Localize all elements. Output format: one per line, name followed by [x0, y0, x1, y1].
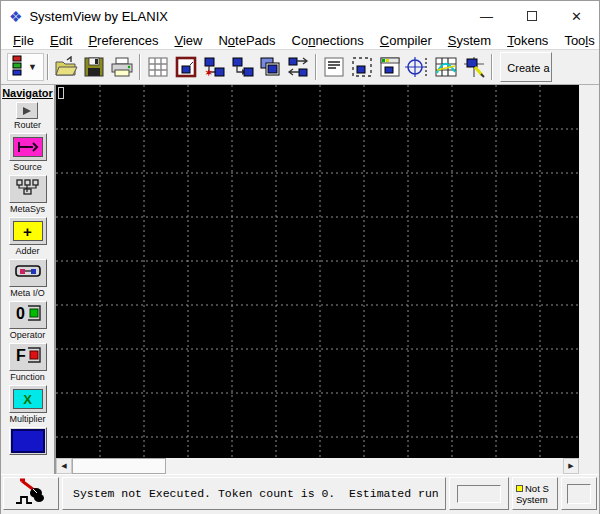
notepad-icon	[323, 56, 345, 78]
nav-item-source: Source	[9, 133, 47, 172]
token-list-icon	[10, 54, 24, 80]
status-panel-end	[561, 477, 597, 510]
multiplier-x-icon: X	[13, 389, 43, 409]
main-area: Navigator Router Source	[1, 85, 599, 474]
disconnect-icon: ✶	[202, 56, 226, 78]
nav-item-adder: + Adder	[9, 217, 47, 256]
canvas-grid	[56, 85, 579, 458]
horizontal-scrollbar[interactable]: ◀ ▶	[56, 458, 579, 474]
not-saved-text-1: Not S	[525, 483, 549, 494]
menu-file[interactable]: File	[5, 33, 42, 48]
metasys-button[interactable]	[9, 175, 47, 203]
source-button[interactable]	[9, 133, 47, 161]
nav-item-operator: 0 Operator	[9, 301, 47, 340]
scroll-left-button[interactable]: ◀	[56, 458, 72, 474]
close-button[interactable]: ✕	[554, 1, 599, 31]
function-button[interactable]: F	[9, 343, 47, 371]
app-icon: ❖	[9, 9, 22, 24]
window-title: SystemView by ELANIX	[29, 9, 464, 24]
dropdown-arrow-icon[interactable]: ▼	[24, 62, 41, 72]
operator-button[interactable]: 0	[9, 301, 47, 329]
printer-icon	[110, 56, 134, 78]
analysis-plot-button[interactable]	[432, 53, 460, 81]
open-file-button[interactable]	[52, 53, 80, 81]
menu-tools[interactable]: Tools	[556, 33, 600, 48]
nav-label: Multiplier	[9, 414, 45, 424]
menu-tokens[interactable]: Tokens	[499, 33, 556, 48]
menu-edit[interactable]: Edit	[42, 33, 80, 48]
reverse-connection-icon	[286, 56, 310, 78]
nav-label: Function	[10, 372, 45, 382]
status-spare-box	[457, 485, 501, 503]
nav-item-router: Router	[14, 102, 41, 130]
source-icon	[13, 137, 43, 157]
design-canvas[interactable]	[56, 85, 579, 458]
duplicate-icon	[258, 56, 282, 78]
multiplier-button[interactable]: X	[9, 385, 47, 413]
nav-label: Operator	[10, 330, 46, 340]
design-window-button[interactable]	[172, 53, 200, 81]
maximize-button[interactable]	[509, 1, 554, 31]
menu-preferences[interactable]: Preferences	[80, 33, 166, 48]
notepads-button[interactable]	[320, 53, 348, 81]
navigator-title: Navigator	[2, 87, 53, 99]
menu-bar: File Edit Preferences View NotePads Conn…	[1, 31, 599, 50]
menu-notepads[interactable]: NotePads	[210, 33, 283, 48]
menu-system[interactable]: System	[440, 33, 499, 48]
minimize-button[interactable]: —	[464, 1, 509, 31]
menu-view[interactable]: View	[166, 33, 210, 48]
print-button[interactable]	[108, 53, 136, 81]
toolbar: ▼	[1, 50, 599, 85]
app-window: ❖ SystemView by ELANIX — ✕ File Edit Pre…	[0, 0, 600, 514]
scroll-right-button[interactable]: ▶	[563, 458, 579, 474]
horizontal-scroll-thumb[interactable]	[72, 458, 166, 474]
reverse-connection-button[interactable]	[284, 53, 312, 81]
analysis-window-button[interactable]	[376, 53, 404, 81]
status-message: System not Executed. Token count is 0. E…	[73, 487, 446, 500]
title-bar: ❖ SystemView by ELANIX — ✕	[1, 1, 599, 31]
duplicate-tokens-button[interactable]	[256, 53, 284, 81]
connect-icon	[230, 56, 254, 78]
meta-io-button[interactable]	[9, 259, 47, 287]
design-window-icon	[175, 56, 197, 78]
menu-compiler[interactable]: Compiler	[372, 33, 440, 48]
nav-item-function: F Function	[9, 343, 47, 382]
metasys-icon	[15, 178, 41, 200]
not-saved-text-2: System	[516, 494, 548, 505]
save-button[interactable]	[80, 53, 108, 81]
svg-text:F: F	[16, 347, 26, 364]
toolbar-separator	[491, 54, 493, 80]
window-controls: — ✕	[464, 1, 599, 31]
open-folder-icon	[54, 56, 78, 78]
nav-label: Router	[14, 120, 41, 130]
horizontal-scroll-track[interactable]	[166, 458, 563, 474]
function-icon: F	[14, 345, 42, 369]
router-button[interactable]	[16, 102, 38, 119]
sink-button[interactable]	[9, 427, 47, 455]
nav-label: Source	[13, 162, 42, 172]
canvas-cursor	[58, 87, 64, 99]
status-message-panel: System not Executed. Token count is 0. E…	[62, 477, 446, 510]
adder-plus-icon: +	[13, 221, 43, 241]
status-panel-spare	[449, 477, 509, 510]
adder-button[interactable]: +	[9, 217, 47, 245]
crosshair-icon	[405, 56, 431, 78]
selection-box-icon	[351, 56, 373, 78]
token-list-dropdown[interactable]: ▼	[7, 53, 44, 81]
select-region-button[interactable]	[348, 53, 376, 81]
plot-grid-icon	[434, 56, 458, 78]
sketch-tool-button[interactable]	[460, 53, 488, 81]
new-design-grid-button[interactable]	[144, 53, 172, 81]
disconnect-tokens-button[interactable]: ✶	[200, 53, 228, 81]
connect-tokens-button[interactable]	[228, 53, 256, 81]
svg-text:0: 0	[16, 305, 25, 322]
grid-icon	[147, 56, 169, 78]
locate-token-button[interactable]	[404, 53, 432, 81]
create-a-button[interactable]: Create a	[500, 52, 552, 82]
nav-item-sink	[9, 427, 47, 455]
svg-text:✶: ✶	[205, 68, 213, 78]
menu-connections[interactable]: Connections	[284, 33, 372, 48]
run-system-button[interactable]	[3, 477, 59, 510]
toolbar-separator	[47, 54, 49, 80]
floppy-disk-icon	[83, 56, 105, 78]
